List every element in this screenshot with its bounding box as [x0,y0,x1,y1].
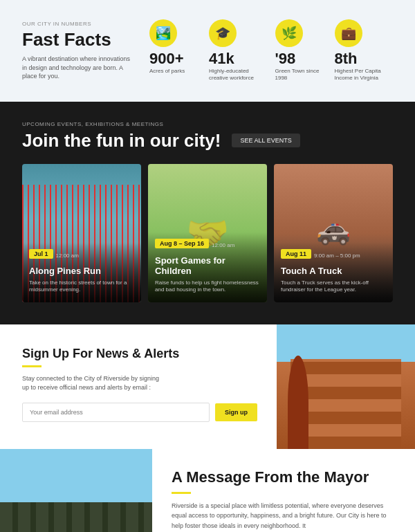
stat-icon-1: 🎓 [209,19,237,47]
mayor-message: A Message From the Mayor Riverside is a … [152,449,415,532]
event-date-row-1: Aug 8 – Sep 16 12:00 am [155,239,260,252]
stat-label-1: Highly-educated creative workforce [209,68,264,82]
bottom-left-image [0,449,152,532]
stat-label-2: Green Town since 1998 [275,68,324,82]
mayor-text: Riverside is a special place with limitl… [172,501,396,531]
stat-number-3: 8th [335,51,358,66]
stat-item-0: 🏞️ 900+ Acres of parks [149,19,198,75]
newsletter-building-image [277,324,415,449]
newsletter-title: Sign Up For News & Alerts [22,347,257,361]
event-date-row-0: Jul 1 12:00 am [29,249,134,262]
fast-facts-eyebrow: OUR CITY IN NUMBERS [22,21,133,27]
event-card-desc-1: Raise funds to help us fight homelessnes… [155,279,260,294]
event-overlay-2: Aug 11 9:00 am – 5:00 pm Touch A Truck T… [274,242,393,302]
stat-number-0: 900+ [149,51,184,66]
mayor-title: A Message From the Mayor [172,468,396,486]
event-card-title-0: Along Pines Run [29,266,134,277]
event-card-title-2: Touch A Truck [281,266,386,277]
event-time-1: 12:00 am [212,242,234,248]
fast-facts-section: OUR CITY IN NUMBERS Fast Facts A vibrant… [0,0,415,102]
event-time-2: 9:00 am – 5:00 pm [314,253,360,259]
event-date-badge-0: Jul 1 [29,249,53,259]
event-card-desc-0: Take on the historic streets of town for… [29,279,134,294]
event-overlay-0: Jul 1 12:00 am Along Pines Run Take on t… [22,242,141,302]
stat-item-3: 💼 8th Highest Per Capita Income in Virgi… [335,19,394,82]
event-date-row-2: Aug 11 9:00 am – 5:00 pm [281,249,386,262]
street-image [0,449,152,532]
event-card-1[interactable]: Aug 8 – Sep 16 12:00 am Sport Games for … [148,164,267,302]
events-section: UPCOMING EVENTS, EXHIBITIONS & MEETINGS … [0,102,415,324]
event-time-0: 12:00 am [56,253,79,259]
mayor-divider [172,492,191,494]
see-all-events-button[interactable]: SEE ALL EVENTS [232,134,299,147]
event-card-title-1: Sport Games for Children [155,255,260,277]
stat-item-2: 🌿 '98 Green Town since 1998 [275,19,324,82]
event-card-0[interactable]: Jul 1 12:00 am Along Pines Run Take on t… [22,164,141,302]
fast-facts-title: Fast Facts [22,30,133,50]
stat-label-0: Acres of parks [149,68,185,75]
event-overlay-1: Aug 8 – Sep 16 12:00 am Sport Games for … [148,232,267,302]
newsletter-left: Sign Up For News & Alerts Stay connected… [0,324,277,449]
signup-button[interactable]: Sign up [215,403,257,421]
events-grid: Jul 1 12:00 am Along Pines Run Take on t… [22,164,393,302]
fast-facts-left: OUR CITY IN NUMBERS Fast Facts A vibrant… [22,21,133,81]
fast-facts-desc: A vibrant destination where innovations … [22,55,133,81]
newsletter-desc: Stay connected to the City of Riverside … [22,374,160,393]
events-title: Join the fun in our city! [22,130,221,152]
newsletter-form: Sign up [22,403,257,422]
stat-number-2: '98 [275,51,296,66]
stat-icon-3: 💼 [335,19,362,47]
stat-number-1: 41k [209,51,234,66]
event-date-badge-2: Aug 11 [281,249,311,259]
event-card-desc-2: Touch a Truck serves as the kick-off fun… [281,279,386,294]
event-card-2[interactable]: Aug 11 9:00 am – 5:00 pm Touch A Truck T… [274,164,393,302]
email-input[interactable] [22,403,210,422]
newsletter-divider [22,365,42,367]
events-eyebrow: UPCOMING EVENTS, EXHIBITIONS & MEETINGS [22,121,393,127]
events-header: Join the fun in our city! SEE ALL EVENTS [22,130,393,152]
newsletter-section: Sign Up For News & Alerts Stay connected… [0,324,415,449]
event-date-badge-1: Aug 8 – Sep 16 [155,239,209,248]
stats-row: 🏞️ 900+ Acres of parks 🎓 41k Highly-educ… [149,19,393,82]
bottom-section: A Message From the Mayor Riverside is a … [0,449,415,532]
building-bg [277,324,415,449]
stat-label-3: Highest Per Capita Income in Virginia [335,68,394,82]
stat-item-1: 🎓 41k Highly-educated creative workforce [209,19,264,82]
stat-icon-0: 🏞️ [149,19,177,47]
stat-icon-2: 🌿 [275,19,303,47]
